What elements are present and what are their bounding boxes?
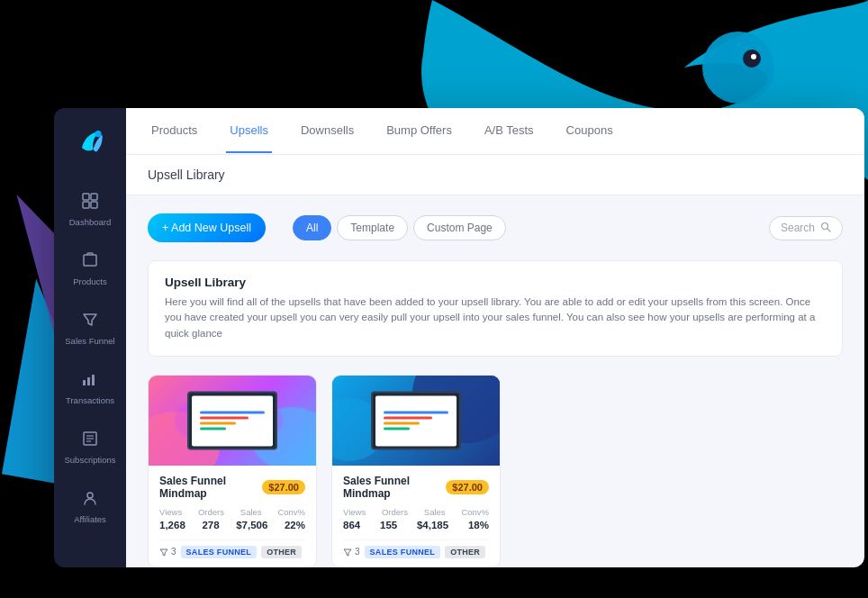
info-description: Here you will find all of the upsells th… <box>165 294 826 341</box>
tab-coupons[interactable]: Coupons <box>563 109 617 153</box>
svg-line-18 <box>827 228 831 231</box>
card-1-title: Sales Funnel Mindmap <box>159 475 262 500</box>
card-2-title: Sales Funnel Mindmap <box>343 475 446 500</box>
card-2-stats-header: Views Orders Sales Conv% <box>343 507 489 517</box>
transactions-icon <box>82 371 98 390</box>
sidebar-item-dashboard-label: Dashboard <box>69 217 111 227</box>
tab-bump-offers[interactable]: Bump Offers <box>383 109 456 153</box>
card-1-filter-count: 3 <box>159 547 176 557</box>
svg-rect-5 <box>91 194 97 200</box>
card-1-val-orders: 278 <box>202 520 219 530</box>
svg-rect-6 <box>83 202 89 208</box>
card-2-price: $27.00 <box>446 480 489 494</box>
card-2-footer: 3 SALES FUNNEL OTHER <box>343 539 489 558</box>
search-placeholder-text: Search <box>781 222 815 234</box>
filter-group: All Template Custom Page <box>293 215 506 240</box>
card-1-header-views: Views <box>159 507 182 517</box>
card-2-stats-values: 864 155 $4,185 18% <box>343 520 489 530</box>
subscriptions-icon <box>82 430 98 449</box>
sidebar-item-affiliates[interactable]: Affiliates <box>54 477 126 537</box>
tab-upsells[interactable]: Upsells <box>226 109 272 153</box>
top-nav: Products Upsells Downsells Bump Offers A… <box>126 108 864 155</box>
svg-rect-11 <box>92 375 95 385</box>
svg-rect-8 <box>84 255 96 266</box>
add-upsell-button[interactable]: + Add New Upsell <box>148 213 266 242</box>
card-1-screen <box>192 395 273 446</box>
card-2-image <box>332 376 500 466</box>
filter-template-button[interactable]: Template <box>337 215 408 240</box>
card-1-body: Sales Funnel Mindmap $27.00 Views Orders… <box>149 466 316 567</box>
card-1-header-orders: Orders <box>198 507 224 517</box>
sidebar-item-transactions-label: Transactions <box>66 395 114 405</box>
card-1-stats-values: 1,268 278 $7,506 22% <box>159 520 305 530</box>
card-1-header-conv: Conv% <box>277 507 305 517</box>
card-2-val-views: 864 <box>343 520 360 530</box>
svg-point-2 <box>751 54 756 59</box>
sidebar-item-products[interactable]: Products <box>54 240 126 299</box>
card-1-val-conv: 22% <box>285 520 305 530</box>
card-1-price: $27.00 <box>262 480 305 494</box>
card-2-header-conv: Conv% <box>461 507 489 517</box>
svg-rect-10 <box>87 377 90 385</box>
sidebar-item-affiliates-label: Affiliates <box>74 514 106 524</box>
card-1-stats-header: Views Orders Sales Conv% <box>159 507 305 517</box>
info-title: Upsell Library <box>165 276 826 289</box>
svg-point-0 <box>702 32 774 104</box>
svg-point-16 <box>87 493 93 498</box>
info-section: Upsell Library Here you will find all of… <box>148 260 843 357</box>
card-2-screen <box>375 395 457 446</box>
main-content: Products Upsells Downsells Bump Offers A… <box>126 108 864 567</box>
sidebar-item-transactions[interactable]: Transactions <box>54 358 126 418</box>
card-2-tag-other: OTHER <box>445 546 485 558</box>
page-header: Upsell Library <box>126 155 864 195</box>
sidebar-nav: Dashboard Products Sales Funnel <box>54 180 126 537</box>
card-2-header-orders: Orders <box>382 507 408 517</box>
toolbar: + Add New Upsell All Template Custom Pag… <box>148 213 843 242</box>
svg-rect-7 <box>91 202 97 208</box>
card-2-val-sales: $4,185 <box>417 520 448 530</box>
content-area: + Add New Upsell All Template Custom Pag… <box>126 195 864 567</box>
search-box[interactable]: Search <box>769 216 843 240</box>
app-container: Dashboard Products Sales Funnel <box>54 108 864 567</box>
card-2-val-orders: 155 <box>380 520 397 530</box>
card-1-image <box>149 376 316 466</box>
card-1-header-sales: Sales <box>240 507 262 517</box>
card-2-filter-count: 3 <box>343 547 360 557</box>
svg-point-3 <box>95 131 101 137</box>
card-1-val-views: 1,268 <box>159 520 185 530</box>
page-title: Upsell Library <box>148 168 225 182</box>
sidebar-item-subscriptions-label: Subscriptions <box>64 455 115 465</box>
cards-grid: Sales Funnel Mindmap $27.00 Views Orders… <box>148 375 843 567</box>
affiliates-icon <box>82 490 98 509</box>
card-1-title-row: Sales Funnel Mindmap $27.00 <box>159 475 305 500</box>
sidebar-logo <box>54 108 126 171</box>
card-2-body: Sales Funnel Mindmap $27.00 Views Orders… <box>332 466 500 567</box>
card-2-val-conv: 18% <box>468 520 489 530</box>
card-1-tag-other: OTHER <box>261 546 302 558</box>
upsell-card-2[interactable]: Sales Funnel Mindmap $27.00 Views Orders… <box>331 375 501 567</box>
filter-custom-page-button[interactable]: Custom Page <box>413 215 506 240</box>
sidebar-item-subscriptions[interactable]: Subscriptions <box>54 418 126 477</box>
card-2-count-value: 3 <box>355 547 360 557</box>
sidebar-item-dashboard[interactable]: Dashboard <box>54 180 126 240</box>
tab-products[interactable]: Products <box>148 109 201 153</box>
card-2-title-row: Sales Funnel Mindmap $27.00 <box>343 475 489 500</box>
sidebar-item-products-label: Products <box>73 276 107 286</box>
upsell-card-1[interactable]: Sales Funnel Mindmap $27.00 Views Orders… <box>148 375 317 567</box>
filter-all-button[interactable]: All <box>293 215 331 240</box>
sidebar-item-sales-funnel[interactable]: Sales Funnel <box>54 299 126 358</box>
card-2-header-views: Views <box>343 507 366 517</box>
search-icon <box>820 222 831 235</box>
card-1-count-value: 3 <box>171 547 176 557</box>
card-2-header-sales: Sales <box>424 507 446 517</box>
tab-downsells[interactable]: Downsells <box>297 109 357 153</box>
card-1-val-sales: $7,506 <box>236 520 267 530</box>
tab-ab-tests[interactable]: A/B Tests <box>481 109 538 153</box>
card-2-laptop <box>371 391 461 449</box>
svg-point-1 <box>743 50 761 68</box>
svg-rect-4 <box>83 194 89 200</box>
card-1-tag-salesfunnel: SALES FUNNEL <box>181 546 258 558</box>
card-1-footer: 3 SALES FUNNEL OTHER <box>159 539 305 558</box>
card-1-laptop <box>187 391 277 449</box>
sidebar-item-sales-funnel-label: Sales Funnel <box>65 336 114 346</box>
